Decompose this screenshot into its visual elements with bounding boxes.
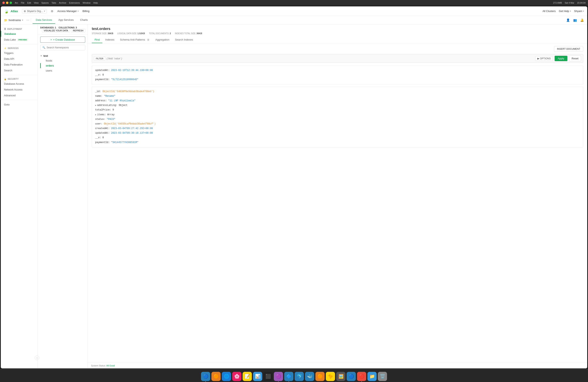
tab-indexes[interactable]: Indexes <box>102 37 117 43</box>
total-docs-value: 2 <box>169 32 171 35</box>
sidebar-divider-1 <box>1 44 38 44</box>
project-selector[interactable]: 📁 foodmania ▾ <box>4 19 25 22</box>
document-item-2: _id: ObjectId('64030f0e9ddab38ade4788eb'… <box>92 87 583 148</box>
collection-item-users[interactable]: users <box>40 68 85 73</box>
dock-mysql[interactable]: 🐬 <box>294 372 304 381</box>
dock-safari[interactable]: 🌐 <box>222 372 231 381</box>
sidebar-item-network-access[interactable]: Network Access <box>1 87 38 93</box>
titlebar-left: Arc File Edit View Spaces Tabs Archive E… <box>2 1 98 4</box>
sidebar-collapse-button[interactable]: ‹ <box>35 356 39 360</box>
indexes-meta: INDEXES TOTAL SIZE: 36KB <box>175 32 202 35</box>
minimize-button[interactable] <box>6 1 8 4</box>
users-icon[interactable]: 👥 <box>573 18 577 22</box>
doc-field: totalPrice: 9 <box>95 108 580 112</box>
get-help-nav[interactable]: Get Help ▾ <box>559 10 571 13</box>
refresh-button[interactable]: REFRESH <box>71 29 85 32</box>
billing-nav[interactable]: Billing <box>83 10 90 13</box>
system-status-value: All Good <box>106 364 115 367</box>
dock-docker[interactable]: 🐳 <box>305 372 314 381</box>
org-selector[interactable]: ⊞ Shyam's Org... ▾ <box>22 9 47 13</box>
sidebar-goto[interactable]: Goto <box>1 102 38 108</box>
sidebar-item-search[interactable]: Search <box>1 68 38 73</box>
user-menu[interactable]: Shyam ▾ <box>574 10 584 13</box>
total-docs-meta: TOTAL DOCUMENTS: 2 <box>149 32 171 35</box>
database-access-label: Database Access <box>4 82 24 85</box>
dock-vscode[interactable]: 🔷 <box>284 372 294 381</box>
user-icon[interactable]: 👤 <box>566 18 570 22</box>
titlebar-view: View <box>34 1 39 4</box>
dock-preview[interactable]: 🖼️ <box>336 372 345 381</box>
atlas-logo: 🍃 Atlas <box>4 9 18 14</box>
apply-button[interactable]: Apply <box>555 56 567 61</box>
dock-postman[interactable]: 🟠 <box>315 372 325 381</box>
document-area: INSERT DOCUMENT FILTER ▶ OPTIONS Apply R… <box>88 43 587 363</box>
sidebar-item-datalake[interactable]: Data Lake PREVIEW <box>1 37 38 42</box>
sidebar-item-data-federation[interactable]: Data Federation <box>1 62 38 68</box>
collection-item-foods[interactable]: foods <box>40 58 85 63</box>
deployment-icon: 🗄 <box>4 28 6 30</box>
dock-files[interactable]: 📁 <box>367 372 377 381</box>
titlebar-file: File <box>21 1 25 4</box>
project-more-icon[interactable]: ··· <box>25 18 31 22</box>
expand-address-latlng-icon: ▶ <box>95 104 96 107</box>
titlebar-arc: Arc <box>15 1 18 4</box>
tab-find[interactable]: Find <box>92 37 102 43</box>
insert-document-button[interactable]: INSERT DOCUMENT <box>554 46 583 52</box>
dock-photos[interactable]: 🌸 <box>232 372 241 381</box>
dock-launchpad[interactable]: 🟠 <box>211 372 221 381</box>
sidebar-item-triggers[interactable]: Triggers <box>1 50 38 56</box>
dock-intellij[interactable]: 🟣 <box>274 372 283 381</box>
services-icon: ⚡ <box>4 47 7 49</box>
collection-panel-header: DATABASES: 1 COLLECTIONS: 3 VISUALIZE YO… <box>38 24 88 35</box>
filter-label: FILTER <box>94 57 105 60</box>
nav-right: All Clusters Get Help ▾ Shyam ▾ <box>542 10 584 13</box>
create-database-button[interactable]: + + Create Database <box>40 37 85 43</box>
reset-button[interactable]: Reset <box>569 56 581 61</box>
tab-data-services[interactable]: Data Services <box>33 16 55 24</box>
close-button[interactable] <box>2 1 5 4</box>
collection-meta: STORAGE SIZE: 36KB LOGICAL DATA SIZE: 1.… <box>92 32 583 35</box>
deployment-label: DEPLOYMENT <box>7 28 22 30</box>
tab-aggregation[interactable]: Aggregation <box>153 37 172 43</box>
collection-item-orders[interactable]: orders <box>40 63 85 68</box>
titlebar-spaces: Spaces <box>42 1 49 4</box>
doc-field: updatedAt: 2023-03-04T09:30:10.137+00:00 <box>95 131 580 135</box>
dock-keynote[interactable]: 📊 <box>253 372 262 381</box>
settings-icon[interactable]: ⚙ <box>51 10 53 13</box>
top-nav: 🍃 Atlas ⊞ Shyam's Org... ▾ ⚙ Access Mana… <box>1 6 587 16</box>
tab-charts[interactable]: Charts <box>77 16 91 24</box>
all-clusters-nav[interactable]: All Clusters <box>542 10 556 13</box>
sidebar-item-advanced[interactable]: Advanced <box>1 93 38 98</box>
dock-terminal[interactable]: ⬛ <box>263 372 273 381</box>
maximize-button[interactable] <box>10 1 12 4</box>
dock-canary[interactable]: 🐤 <box>326 372 335 381</box>
filter-input[interactable] <box>107 57 534 60</box>
project-name: foodmania <box>9 19 21 21</box>
tab-search-indexes[interactable]: Search Indexes <box>172 37 196 43</box>
visualize-data-button[interactable]: VISUALIZE YOUR DATA <box>42 29 70 32</box>
dock-zoom[interactable]: 🔵 <box>347 372 356 381</box>
tab-app-services[interactable]: App Services <box>55 16 77 24</box>
collections-count: 3 <box>76 26 77 29</box>
sidebar-item-database-access[interactable]: Database Access <box>1 81 38 87</box>
dock-chrome[interactable]: 🔴 <box>357 372 366 381</box>
sidebar-item-database[interactable]: Database <box>1 31 38 37</box>
dock-finder[interactable]: 🔵 <box>201 372 210 381</box>
access-manager-nav[interactable]: Access Manager ▾ <box>57 10 79 13</box>
tab-schema-anti-patterns[interactable]: Schema Anti-Patterns 0 <box>117 37 153 43</box>
sidebar-item-data-api[interactable]: Data API <box>1 56 38 62</box>
database-name-test[interactable]: ▼ test <box>40 54 85 58</box>
search-namespaces-input[interactable] <box>47 46 83 49</box>
get-help-label: Get Help <box>559 10 569 13</box>
titlebar-archive: Archive <box>59 1 66 4</box>
sidebar: 🗄 DEPLOYMENT Database Data Lake PREVIEW … <box>1 24 38 368</box>
access-manager-chevron-icon: ▾ <box>78 10 79 12</box>
options-button[interactable]: ▶ OPTIONS <box>535 56 553 61</box>
doc-field: ▶addressLatLng: Object <box>95 103 580 108</box>
project-tabs: Data Services App Services Charts <box>33 16 91 24</box>
triggers-label: Triggers <box>4 52 13 55</box>
dock-notes[interactable]: 📝 <box>243 372 252 381</box>
doc-field: createdAt: 2023-03-04T09:27:42.292+00:00 <box>95 126 580 131</box>
dock-trash[interactable]: 🗑️ <box>378 372 387 381</box>
bell-icon[interactable]: 🔔 <box>580 18 584 22</box>
